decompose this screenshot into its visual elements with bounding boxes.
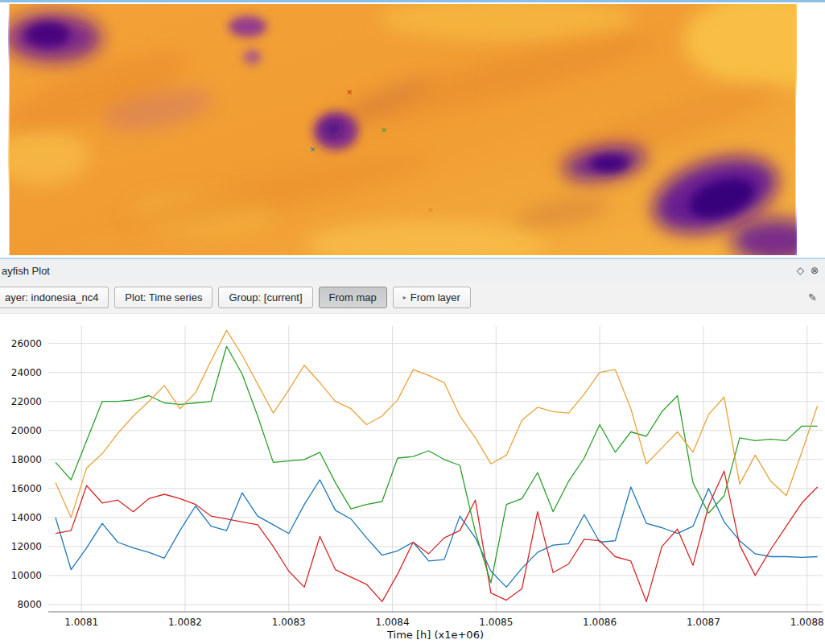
float-panel-icon[interactable]: ◇ [797, 266, 804, 275]
x-tick-label: 1.0081 [64, 617, 98, 628]
y-tick-label: 24000 [11, 367, 42, 378]
y-tick-label: 20000 [11, 425, 42, 436]
plot-type-button[interactable]: Plot: Time series [114, 287, 212, 309]
map-marker-orange-point: ✕ [427, 206, 434, 214]
x-tick-label: 1.0083 [272, 617, 306, 628]
from-map-button[interactable]: From map [319, 287, 387, 309]
x-tick-label: 1.0082 [168, 617, 202, 628]
map-canvas[interactable]: ✕✕✕✕ [0, 0, 825, 259]
map-marker-red-point: ✕ [346, 89, 353, 97]
panel-separator [0, 258, 825, 259]
y-tick-label: 8000 [17, 599, 42, 610]
y-tick-label: 26000 [11, 338, 42, 349]
y-tick-label: 22000 [11, 396, 42, 407]
map-focus-border [0, 0, 825, 2]
x-tick-label: 1.0084 [376, 617, 410, 628]
raster-heatmap[interactable]: ✕✕✕✕ [8, 4, 797, 255]
from-layer-button[interactable]: ▸ From layer [393, 287, 471, 309]
y-tick-label: 10000 [11, 570, 42, 581]
plot-toolbar: ayer: indonesia_nc4 Plot: Time series Gr… [0, 282, 825, 314]
x-tick-label: 1.0088 [790, 617, 824, 628]
x-tick-label: 1.0086 [583, 617, 617, 628]
from-layer-label: From layer [410, 291, 460, 304]
group-select-button[interactable]: Group: [current] [218, 287, 312, 309]
close-panel-icon[interactable]: ⊗ [811, 266, 819, 275]
y-tick-label: 12000 [11, 541, 42, 552]
map-marker-blue-point: ✕ [310, 146, 316, 154]
x-tick-label: 1.0085 [479, 617, 513, 628]
x-tick-label: 1.0087 [687, 617, 720, 628]
y-tick-label: 14000 [11, 512, 42, 523]
crayfish-panel-header: ayfish Plot ◇ ⊗ [0, 259, 825, 282]
panel-title: ayfish Plot [2, 265, 50, 277]
qgis-window: ✕✕✕✕ ayfish Plot ◇ ⊗ ayer: indonesia_nc4… [0, 0, 825, 644]
y-tick-label: 18000 [11, 454, 42, 465]
layer-select-button[interactable]: ayer: indonesia_nc4 [0, 287, 109, 309]
map-marker-green-point: ✕ [381, 126, 387, 134]
y-tick-label: 16000 [11, 483, 42, 494]
time-series-chart[interactable]: 8000100001200014000160001800020000220002… [0, 314, 825, 644]
plot-canvas[interactable]: 8000100001200014000160001800020000220002… [0, 314, 825, 644]
x-axis-label: Time [h] (x1e+06) [386, 629, 484, 641]
menu-arrow-icon: ▸ [403, 294, 406, 302]
panel-options-icon[interactable]: ✎ [808, 291, 817, 303]
